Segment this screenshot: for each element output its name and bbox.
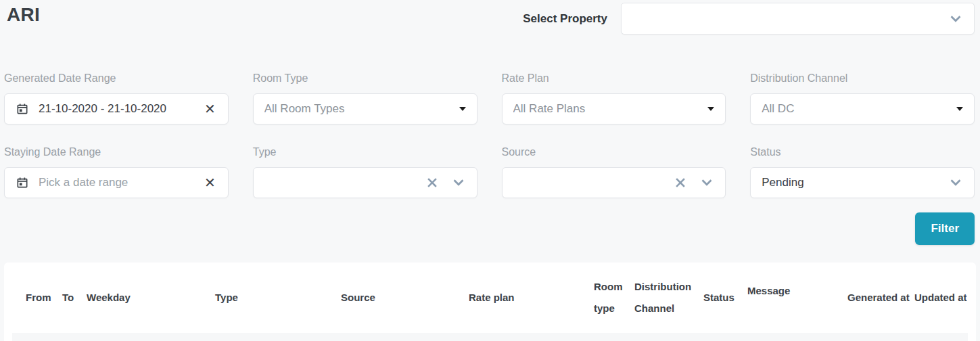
room-type-select[interactable]: All Room Types [253,93,477,124]
calendar-icon [16,102,29,116]
staying-date-range-label: Staying Date Range [4,146,229,158]
col-source: Source [341,263,469,333]
clear-icon[interactable]: ✕ [203,101,217,117]
staying-date-range-placeholder: Pick a date range [39,176,203,189]
caret-down-icon [459,107,466,111]
select-property-dropdown[interactable] [621,3,975,35]
type-select[interactable] [253,167,477,198]
filter-generated-date-range: Generated Date Range 21-10-2020 - 21-10-… [4,72,229,124]
status-select[interactable]: Pending [750,167,975,198]
col-rate-plan: Rate plan [469,263,594,333]
col-type: Type [215,263,341,333]
col-from: From [4,263,62,333]
source-label: Source [502,146,726,158]
top-bar: ARI Select Property [0,0,980,35]
filters-section: Generated Date Range 21-10-2020 - 21-10-… [4,72,975,198]
status-label: Status [750,146,975,158]
filter-room-type: Room Type All Room Types [253,72,477,124]
generated-date-range-label: Generated Date Range [4,72,229,85]
filter-rate-plan: Rate Plan All Rate Plans [502,72,726,124]
generated-date-range-value: 21-10-2020 - 21-10-2020 [39,102,203,116]
col-message: Message [747,263,847,333]
filter-source: Source [502,146,726,198]
distribution-channel-value: All DC [762,102,951,116]
filter-status: Status Pending [750,146,975,198]
distribution-channel-label: Distribution Channel [750,72,975,85]
results-table: From To Weekday Type Source Rate plan Ro… [4,263,976,333]
calendar-icon [16,176,29,189]
page-title: ARI [7,3,40,26]
caret-down-icon [956,107,963,111]
generated-date-range-input[interactable]: 21-10-2020 - 21-10-2020 ✕ [4,93,229,124]
col-weekday: Weekday [87,263,215,333]
staying-date-range-input[interactable]: Pick a date range ✕ [4,167,229,198]
status-value: Pending [762,176,948,189]
col-status: Status [703,263,747,333]
filter-button-row: Filter [0,212,975,245]
col-room-type: Room type [594,263,634,333]
caret-down-icon [707,107,714,111]
distribution-channel-select[interactable]: All DC [750,93,975,124]
chevron-down-icon [948,12,963,26]
filter-distribution-channel: Distribution Channel All DC [750,72,975,124]
table-header-row: From To Weekday Type Source Rate plan Ro… [4,263,976,333]
room-type-value: All Room Types [264,102,454,116]
room-type-label: Room Type [253,72,477,85]
source-select[interactable] [502,167,726,198]
rate-plan-select[interactable]: All Rate Plans [502,93,726,124]
clear-icon[interactable] [674,176,687,189]
col-generated-at: Generated at [847,263,914,333]
rate-plan-value: All Rate Plans [513,102,703,116]
chevron-down-icon[interactable] [451,175,466,190]
clear-icon[interactable]: ✕ [203,175,217,191]
col-updated-at: Updated at [914,263,976,333]
type-label: Type [253,146,477,158]
filter-button[interactable]: Filter [915,212,975,245]
filter-staying-date-range: Staying Date Range Pick a date range ✕ [4,146,229,198]
clear-icon[interactable] [425,176,439,189]
property-selector-group: Select Property [523,3,975,35]
results-table-panel: From To Weekday Type Source Rate plan Ro… [4,263,976,341]
col-to: To [62,263,87,333]
filter-type: Type [253,146,477,198]
col-distribution-channel: Distribution Channel [634,263,703,333]
chevron-down-icon [948,175,963,190]
table-row [12,333,968,341]
select-property-label: Select Property [523,3,607,35]
rate-plan-label: Rate Plan [502,72,726,85]
chevron-down-icon[interactable] [699,175,714,190]
